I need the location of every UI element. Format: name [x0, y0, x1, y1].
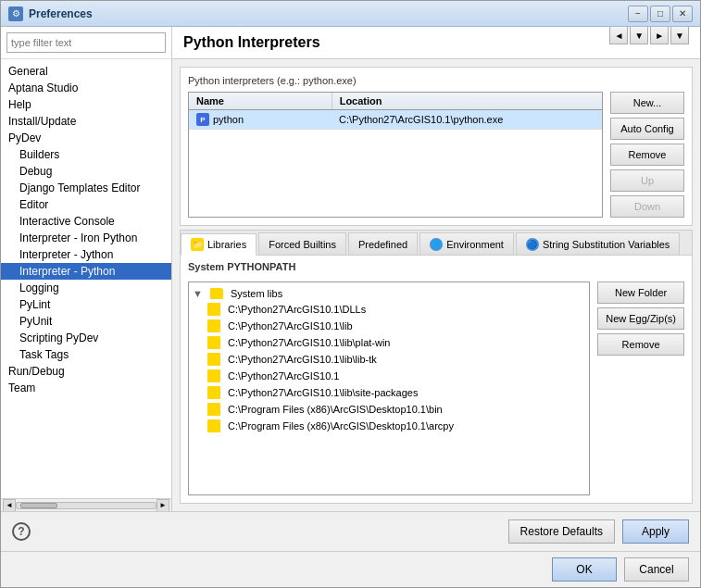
title-bar: ⚙ Preferences − □ ✕: [1, 1, 700, 27]
path-item[interactable]: C:\Program Files (x86)\ArcGIS\Desktop10.…: [193, 418, 585, 434]
path-item[interactable]: C:\Python27\ArcGIS10.1\DLLs: [193, 301, 585, 318]
path-buttons: New Folder New Egg/Zip(s) Remove: [597, 281, 684, 495]
restore-defaults-button[interactable]: Restore Defaults: [508, 519, 615, 544]
scroll-right-arrow[interactable]: ►: [156, 499, 169, 512]
tab-environment-label: Environment: [446, 239, 504, 250]
sidebar-item-aptana-studio[interactable]: Aptana Studio: [1, 80, 171, 96]
ok-cancel-bar: OK Cancel: [1, 551, 700, 587]
sidebar-item-pyunit[interactable]: PyUnit: [1, 313, 171, 330]
sidebar-item-interactive-console[interactable]: Interactive Console: [1, 213, 171, 230]
apply-button[interactable]: Apply: [622, 519, 689, 544]
table-cell-location: C:\Python27\ArcGIS10.1\python.exe: [332, 111, 602, 128]
table-row[interactable]: P python C:\Python27\ArcGIS10.1\python.e…: [189, 110, 602, 130]
footer-right: Restore Defaults Apply: [508, 519, 689, 544]
tab-libraries[interactable]: 📁 Libraries: [181, 233, 257, 256]
interpreter-table-container: Name Location P python C:\Python27\ArcGI…: [188, 92, 684, 218]
sidebar-item-editor[interactable]: Editor: [1, 196, 171, 213]
sidebar-item-rundebug[interactable]: Run/Debug: [1, 363, 171, 380]
back-button[interactable]: ◄: [609, 27, 628, 44]
pythonpath-content: ▼System libsC:\Python27\ArcGIS10.1\DLLsC…: [181, 278, 692, 503]
sidebar-item-debug[interactable]: Debug: [1, 163, 171, 180]
tabs-bar: 📁 Libraries Forced Builtins Predefined 🌐…: [181, 231, 692, 256]
down-button[interactable]: Down: [610, 195, 684, 218]
path-item[interactable]: C:\Python27\ArcGIS10.1\lib\plat-win: [193, 334, 585, 351]
scroll-left-arrow[interactable]: ◄: [3, 499, 16, 512]
right-panel: Python Interpreters ◄ ▼ ► ▼ Python inter…: [172, 27, 700, 511]
new-egg-zip-button[interactable]: New Egg/Zip(s): [597, 307, 684, 330]
window-title: Preferences: [29, 7, 93, 20]
scroll-track: [16, 502, 156, 509]
tab-string-substitution-label: String Substitution Variables: [543, 239, 670, 250]
sidebar-item-scripting-pydev[interactable]: Scripting PyDev: [1, 330, 171, 346]
tab-forced-builtins-label: Forced Builtins: [269, 239, 336, 250]
environment-tab-icon: 🌐: [430, 238, 443, 251]
panel-title: Python Interpreters: [183, 34, 320, 51]
remove-path-button[interactable]: Remove: [597, 333, 684, 356]
nav-arrows: ◄ ▼ ► ▼: [609, 27, 689, 44]
interpreter-table: Name Location P python C:\Python27\ArcGI…: [188, 92, 603, 218]
cancel-button[interactable]: Cancel: [624, 557, 689, 582]
sidebar-item-interpreter---python[interactable]: Interpreter - Python: [1, 263, 171, 280]
up-button[interactable]: Up: [610, 169, 684, 192]
auto-config-button[interactable]: Auto Config: [610, 118, 684, 140]
forward-dropdown-button[interactable]: ▼: [670, 27, 689, 44]
preferences-window: ⚙ Preferences − □ ✕ GeneralAptana Studio…: [0, 0, 701, 588]
path-item[interactable]: C:\Python27\ArcGIS10.1\lib: [193, 318, 585, 334]
path-tree-root[interactable]: ▼System libs: [193, 286, 585, 301]
maximize-button[interactable]: □: [650, 6, 670, 22]
string-substitution-tab-icon: 🔵: [526, 238, 539, 251]
sidebar-item-task-tags[interactable]: Task Tags: [1, 346, 171, 363]
sidebar-item-builders[interactable]: Builders: [1, 146, 171, 163]
col-header-location: Location: [332, 93, 602, 109]
tab-predefined[interactable]: Predefined: [348, 232, 418, 255]
sidebar-item-interpreter---iron-python[interactable]: Interpreter - Iron Python: [1, 230, 171, 246]
footer-left: ?: [12, 522, 31, 541]
sidebar-item-team[interactable]: Team: [1, 380, 171, 396]
interpreters-label: Python interpreters (e.g.: python.exe): [188, 75, 684, 86]
table-cell-name: P python: [189, 110, 332, 129]
python-icon: P: [196, 113, 209, 126]
filter-input[interactable]: [6, 32, 166, 53]
tab-forced-builtins[interactable]: Forced Builtins: [258, 232, 346, 255]
title-bar-buttons: − □ ✕: [628, 6, 693, 22]
remove-interpreter-button[interactable]: Remove: [610, 144, 684, 166]
scroll-thumb[interactable]: [20, 503, 57, 508]
title-bar-left: ⚙ Preferences: [8, 6, 93, 21]
tab-string-substitution[interactable]: 🔵 String Substitution Variables: [516, 232, 680, 255]
sidebar-scrollbar: ◄ ►: [1, 498, 171, 511]
table-header: Name Location: [189, 93, 602, 110]
interpreter-buttons: New... Auto Config Remove Up Down: [610, 92, 684, 218]
main-content: GeneralAptana StudioHelpInstall/UpdatePy…: [1, 27, 700, 511]
help-button[interactable]: ?: [12, 522, 31, 541]
path-tree[interactable]: ▼System libsC:\Python27\ArcGIS10.1\DLLsC…: [188, 281, 590, 495]
sidebar-item-help[interactable]: Help: [1, 96, 171, 113]
path-item[interactable]: C:\Python27\ArcGIS10.1\lib\lib-tk: [193, 351, 585, 368]
sidebar-item-pydev[interactable]: PyDev: [1, 130, 171, 146]
forward-button[interactable]: ►: [650, 27, 669, 44]
footer: ? Restore Defaults Apply: [1, 511, 700, 551]
new-folder-button[interactable]: New Folder: [597, 281, 684, 304]
col-header-name: Name: [189, 93, 332, 109]
sidebar-item-django-templates-editor[interactable]: Django Templates Editor: [1, 180, 171, 196]
path-item[interactable]: C:\Program Files (x86)\ArcGIS\Desktop10.…: [193, 401, 585, 418]
sidebar-item-interpreter---jython[interactable]: Interpreter - Jython: [1, 246, 171, 263]
window-icon: ⚙: [8, 6, 23, 21]
path-item[interactable]: C:\Python27\ArcGIS10.1\lib\site-packages: [193, 384, 585, 401]
path-item[interactable]: C:\Python27\ArcGIS10.1: [193, 368, 585, 384]
back-dropdown-button[interactable]: ▼: [630, 27, 648, 44]
sidebar-item-general[interactable]: General: [1, 63, 171, 80]
system-pythonpath-label: System PYTHONPATH: [181, 256, 692, 278]
tab-environment[interactable]: 🌐 Environment: [419, 232, 514, 255]
sidebar-item-pylint[interactable]: PyLint: [1, 296, 171, 313]
interpreter-name: python: [213, 114, 244, 125]
tab-libraries-label: Libraries: [207, 239, 246, 250]
sidebar: GeneralAptana StudioHelpInstall/UpdatePy…: [1, 27, 172, 511]
panel-header: Python Interpreters ◄ ▼ ► ▼: [172, 27, 700, 59]
close-button[interactable]: ✕: [672, 6, 693, 22]
new-interpreter-button[interactable]: New...: [610, 92, 684, 114]
minimize-button[interactable]: −: [628, 6, 648, 22]
sidebar-item-installupdate[interactable]: Install/Update: [1, 113, 171, 130]
sidebar-item-logging[interactable]: Logging: [1, 280, 171, 296]
tab-predefined-label: Predefined: [358, 239, 407, 250]
ok-button[interactable]: OK: [552, 557, 617, 582]
